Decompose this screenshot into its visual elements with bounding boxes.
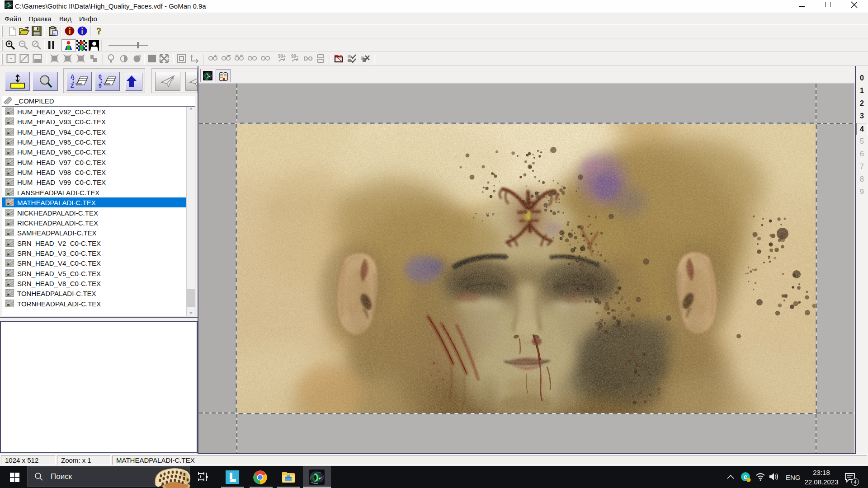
svg-text:?: ? [97, 26, 102, 36]
svg-text:90+: 90+ [278, 54, 286, 59]
svg-text:A: A [71, 74, 75, 80]
svg-text:90–: 90– [291, 54, 299, 59]
svg-text:DO: DO [304, 55, 313, 62]
svg-text:9: 9 [99, 83, 102, 89]
svg-text:Z: Z [71, 83, 74, 89]
svg-text:0: 0 [99, 74, 102, 80]
